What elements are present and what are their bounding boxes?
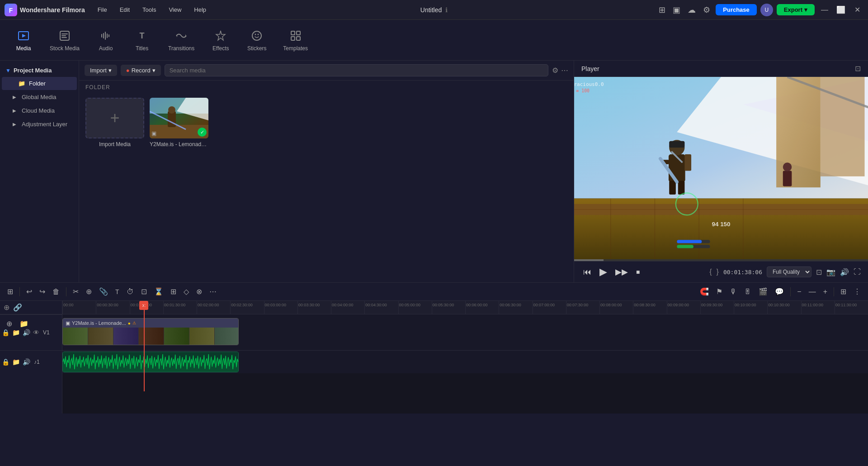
minimize-button[interactable]: —: [818, 4, 831, 16]
user-avatar[interactable]: U: [760, 4, 773, 16]
tl-multicam-btn[interactable]: 🎬: [756, 285, 770, 298]
settings-icon[interactable]: ⚙: [701, 3, 712, 17]
tab-effects[interactable]: Effects: [203, 25, 239, 55]
timeline-ruler[interactable]: 00:0000:00:30:0000:01:00:0000:01:30:0000…: [62, 301, 868, 314]
tl-snap-btn[interactable]: 🧲: [697, 285, 712, 298]
svg-marker-3: [22, 34, 26, 38]
tab-stock-media[interactable]: Stock Media: [42, 25, 88, 55]
tl-voice-btn[interactable]: 🎙: [727, 286, 740, 298]
player-seekbar[interactable]: [574, 259, 868, 261]
menu-file[interactable]: File: [92, 5, 113, 15]
playhead-line[interactable]: [144, 301, 145, 391]
play-button[interactable]: ▶: [598, 264, 609, 280]
tab-audio[interactable]: Audio: [88, 25, 124, 55]
quality-select[interactable]: Full Quality 1/2 1/4 Preview: [767, 266, 811, 277]
tab-titles[interactable]: T Titles: [124, 25, 160, 55]
tl-delete-btn[interactable]: 🗑: [50, 286, 62, 298]
tab-templates[interactable]: Templates: [275, 25, 316, 55]
tab-media[interactable]: Media: [5, 25, 42, 55]
volume-icon[interactable]: 🔊: [840, 268, 849, 276]
step-back-button[interactable]: ⏮: [581, 266, 593, 279]
filter-icon[interactable]: ⚙: [552, 66, 558, 75]
tl-freeze-btn[interactable]: ⊞: [168, 285, 179, 298]
tl-text-btn[interactable]: T: [113, 286, 122, 297]
tl-link-icon[interactable]: 🔗: [13, 303, 22, 312]
project-media-label: Project Media: [14, 67, 52, 74]
menu-tools[interactable]: Tools: [137, 5, 161, 15]
tl-undo-btn[interactable]: ↩: [24, 285, 35, 298]
tl-clip-btn[interactable]: 📎: [96, 285, 111, 298]
stop-button[interactable]: ■: [634, 266, 642, 277]
tab-stickers[interactable]: Stickers: [239, 25, 275, 55]
audio-track-mute[interactable]: 🔊: [23, 358, 30, 366]
menu-help[interactable]: Help: [189, 5, 212, 15]
import-media-thumb[interactable]: +: [85, 98, 144, 138]
tl-zoom-out-btn[interactable]: −: [794, 286, 804, 298]
svg-rect-24: [168, 111, 176, 127]
close-button[interactable]: ✕: [851, 4, 863, 16]
project-media-header[interactable]: ▼ Project Media: [0, 64, 79, 76]
tl-zoom-in-btn[interactable]: +: [821, 286, 830, 298]
tl-redo-btn[interactable]: ↪: [37, 285, 48, 298]
import-arrow: ▾: [108, 67, 112, 74]
maximize-button[interactable]: ⬜: [835, 4, 847, 16]
player-fit-icon[interactable]: ⊡: [855, 64, 861, 73]
tab-transitions[interactable]: Transitions: [160, 25, 203, 55]
audio-waveform[interactable]: [62, 352, 239, 372]
tl-timer-btn[interactable]: ⌛: [151, 285, 166, 298]
menu-edit[interactable]: Edit: [114, 5, 135, 15]
left-nav-global-media[interactable]: ▶ Global Media: [2, 90, 77, 104]
video-clip-timeline[interactable]: ▣ Y2Mate.is - Lemonade... ● ⚠: [62, 318, 239, 345]
tl-audio-mix-btn[interactable]: 🎚: [741, 286, 754, 298]
frame-4: [164, 328, 189, 345]
stickers-tab-icon: [250, 29, 264, 43]
audio-tab-icon: [99, 29, 113, 43]
export-button[interactable]: Export ▾: [777, 4, 815, 15]
in-point-icon[interactable]: {: [709, 268, 712, 276]
stickers-tab-label: Stickers: [247, 45, 267, 52]
video-clip-thumb[interactable]: ▣ ✓: [150, 98, 208, 138]
tl-more-btn[interactable]: ⋯: [207, 285, 219, 298]
tl-keyframe-btn[interactable]: ◇: [181, 285, 192, 298]
play-forward-button[interactable]: ▶▶: [613, 265, 630, 279]
audio-track-lock[interactable]: 🔒: [2, 358, 9, 366]
video-clip-item[interactable]: ▣ ✓ Y2Mate.is - Lemonade...: [150, 98, 208, 279]
snapshot-icon[interactable]: 📷: [826, 268, 835, 276]
media-icon[interactable]: ▣: [671, 3, 682, 17]
tl-crop-btn[interactable]: ⊡: [138, 285, 150, 298]
left-nav-cloud-media[interactable]: ▶ Cloud Media: [2, 104, 77, 117]
tl-grid-view-btn[interactable]: ⊞: [838, 285, 849, 298]
tl-zoom-dash-btn[interactable]: —: [806, 286, 819, 298]
cloud-icon[interactable]: ☁: [686, 3, 698, 17]
tl-settings-btn[interactable]: ⋮: [851, 285, 863, 298]
tl-divider-3: [790, 287, 791, 296]
audio-track-folder[interactable]: 📁: [12, 358, 20, 366]
record-button[interactable]: ● Record ▾: [121, 65, 161, 76]
left-panel-folder-btn[interactable]: 📁: [18, 318, 30, 330]
title-bar: F Wondershare Filmora File Edit Tools Vi…: [0, 0, 868, 20]
out-point-icon[interactable]: }: [717, 268, 719, 276]
tl-split-btn[interactable]: ✂: [70, 285, 81, 298]
import-media-item[interactable]: + Import Media: [85, 98, 144, 279]
tl-audio-separate-btn[interactable]: ⊕: [83, 285, 94, 298]
tl-layout-btn[interactable]: ⊞: [5, 285, 16, 298]
tl-subtitle-btn[interactable]: 💬: [772, 285, 787, 298]
left-nav-adjustment-layer[interactable]: ▶ Adjustment Layer: [2, 118, 77, 131]
desktop-icon[interactable]: ⊞: [657, 3, 667, 17]
tl-ai-btn[interactable]: ⊗: [193, 285, 205, 298]
timecode-display: 00:01:38:06: [723, 269, 762, 276]
frame-0: [63, 328, 88, 345]
tl-add-icon[interactable]: ⊕: [4, 303, 9, 312]
import-button[interactable]: Import ▾: [85, 65, 117, 76]
fullscreen-icon[interactable]: ⛶: [854, 268, 861, 276]
timeline-main: 00:0000:00:30:0000:01:00:0000:01:30:0000…: [62, 301, 868, 414]
tl-speed-btn[interactable]: ⏱: [124, 286, 137, 298]
tl-marker-btn[interactable]: ⚑: [713, 285, 725, 298]
menu-view[interactable]: View: [163, 5, 187, 15]
left-nav-folder[interactable]: 📁 Folder: [2, 77, 77, 90]
more-options-icon[interactable]: ⋯: [561, 66, 568, 75]
left-panel-add-btn[interactable]: ⊕: [5, 318, 14, 330]
purchase-button[interactable]: Purchase: [716, 4, 757, 15]
screen-fit-icon[interactable]: ⊡: [816, 268, 822, 276]
search-input[interactable]: [165, 64, 548, 76]
